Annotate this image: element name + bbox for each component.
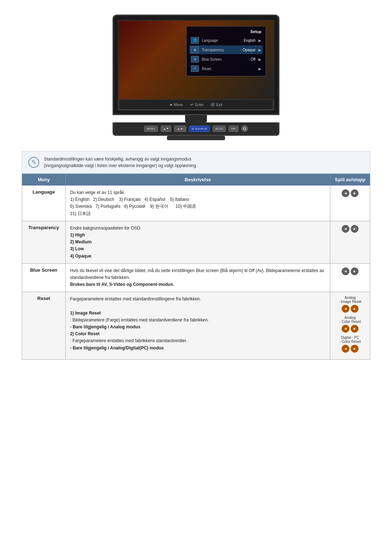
- reset-color-analog-arrow-btns: ◄ ►: [335, 325, 366, 333]
- language-spill-cell: ◄ ►: [330, 186, 370, 221]
- beskrivelse-header: Beskrivelse: [66, 174, 330, 186]
- transparency-label: Transparency: [202, 48, 238, 52]
- reset-spill-cell: Analog- Image Reset ◄ ► Analog- Color Re…: [330, 292, 370, 360]
- language-icon: 🌐: [191, 37, 199, 44]
- power-button[interactable]: ⏻: [241, 125, 248, 132]
- exit-icon: ⊞: [211, 102, 215, 107]
- language-right-arrow[interactable]: ►: [351, 189, 359, 197]
- exit-label: Exit: [216, 103, 222, 107]
- move-label: Move: [174, 103, 183, 107]
- reset-image-header: 1) Image Reset: [70, 311, 101, 316]
- transparency-left-arrow[interactable]: ◄: [342, 225, 350, 233]
- language-arrow-btns: ◄ ►: [335, 189, 366, 197]
- table-row: Reset Fargeparametere erstattes med stan…: [22, 292, 370, 360]
- language-left-arrow[interactable]: ◄: [342, 189, 350, 197]
- monitor-section: Setup 🌐 Language : English ▶ ▦ Transpare…: [22, 15, 370, 140]
- svg-text:✎: ✎: [31, 159, 37, 166]
- language-label: Language: [202, 39, 239, 42]
- language-meny-cell: Language: [22, 186, 66, 221]
- reset-beskrivelse-cell: Fargeparametere erstattes med standardin…: [66, 292, 330, 360]
- osd-item-reset: ↺ Reset ▶: [189, 64, 263, 73]
- table-header-row: Meny Beskrivelse Spill av/stopp: [22, 174, 370, 186]
- bluescreen-meny-cell: Blue Screen: [22, 263, 66, 292]
- osd-item-transparency: ▦ Transparency : Opaque ▶: [189, 45, 263, 54]
- reset-image-note: - Bare tilgjengelig i Analog modus: [70, 324, 140, 329]
- pip-button[interactable]: PIP: [229, 126, 238, 132]
- reset-arrow: ▶: [258, 67, 261, 71]
- reset-image-left-arrow[interactable]: ◄: [342, 305, 350, 313]
- osd-navigation-bar: ● Move ↵ Enter ⊞ Exit: [118, 100, 274, 110]
- transparency-arrow: ▶: [258, 48, 261, 52]
- reset-color-analog-left-arrow[interactable]: ◄: [342, 325, 350, 333]
- reset-analog-image-label: Analog- Image Reset: [335, 296, 366, 304]
- monitor-controls-bar: MENU ▲▼ ▲/► ⊟ SOURCE AUTO PIP ⏻: [113, 122, 279, 136]
- enter-label: Enter: [195, 103, 204, 107]
- reset-digital-color-label: Digital : PC- Color Reset: [335, 336, 366, 344]
- source-icon: ⊟: [192, 127, 194, 130]
- info-icon: ✎: [28, 157, 40, 168]
- bluescreen-note: Brukes bare til AV, S-Video og Component…: [70, 282, 174, 287]
- source-button[interactable]: ⊟ SOURCE: [189, 126, 210, 132]
- monitor-screen: Setup 🌐 Language : English ▶ ▦ Transpare…: [118, 20, 274, 100]
- transparency-option1: 1) High: [70, 232, 85, 238]
- bluescreen-arrow: ▶: [258, 57, 261, 61]
- transparency-right-arrow[interactable]: ►: [351, 225, 359, 233]
- transparency-option4: 4) Opaque: [70, 254, 91, 259]
- reset-color-header: 2) Color Reset: [70, 331, 99, 336]
- enter-icon: ↵: [190, 102, 194, 107]
- bluescreen-beskrivelse-cell: Hvis du likevel vil vise det dårlige bil…: [66, 263, 330, 292]
- monitor-stand-base: [167, 136, 225, 140]
- nav-button[interactable]: ▲▼: [161, 126, 172, 132]
- bluescreen-left-arrow[interactable]: ◄: [342, 267, 350, 275]
- reset-meny-label: Reset: [37, 296, 50, 301]
- transparency-option2: 2) Medium: [70, 239, 91, 244]
- monitor-stand-top: [185, 115, 207, 122]
- osd-items-list: 🌐 Language : English ▶ ▦ Transparency : …: [189, 36, 263, 73]
- osd-move-btn: ● Move: [170, 102, 183, 107]
- reset-color-analog-right-arrow[interactable]: ►: [351, 325, 359, 333]
- transparency-beskrivelse-cell: Endre bakgrunnsopasiteten for OSD. 1) Hi…: [66, 221, 330, 263]
- reset-image-right-arrow[interactable]: ►: [351, 305, 359, 313]
- meny-header: Meny: [22, 174, 66, 186]
- reset-analog-color-label: Analog- Color Reset: [335, 316, 366, 324]
- reset-image-arrow-btns: ◄ ►: [335, 305, 366, 313]
- transparency-meny-cell: Transparency: [22, 221, 66, 263]
- osd-exit-btn: ⊞ Exit: [211, 102, 222, 107]
- adjust-button[interactable]: ▲/►: [174, 126, 186, 132]
- reset-color-digital-spill-group: Digital : PC- Color Reset ◄ ►: [335, 336, 366, 353]
- monitor-body: Setup 🌐 Language : English ▶ ▦ Transpare…: [113, 15, 279, 115]
- transparency-option3: 3) Low: [70, 246, 84, 251]
- osd-menu: Setup 🌐 Language : English ▶ ▦ Transpare…: [186, 26, 266, 76]
- bluescreen-label: Blue Screen: [202, 57, 246, 61]
- transparency-meny-label: Transparency: [28, 225, 59, 230]
- reset-icon: ↺: [191, 65, 199, 72]
- bluescreen-meny-label: Blue Screen: [30, 267, 57, 273]
- transparency-arrow-btns: ◄ ►: [335, 225, 366, 233]
- language-arrow: ▶: [258, 39, 261, 42]
- reset-color-digital-left-arrow[interactable]: ◄: [342, 345, 350, 353]
- language-value: : English: [242, 39, 256, 42]
- bluescreen-right-arrow[interactable]: ►: [351, 267, 359, 275]
- move-icon: ●: [170, 102, 172, 107]
- reset-color-note: - Bare tilgjengelig i Analog/Digital(PC)…: [70, 345, 164, 351]
- table-row: Transparency Endre bakgrunnsopasiteten f…: [22, 221, 370, 263]
- reset-meny-cell: Reset: [22, 292, 66, 360]
- spill-header: Spill av/stopp: [330, 174, 370, 186]
- bluescreen-spill-cell: ◄ ►: [330, 263, 370, 292]
- auto-button[interactable]: AUTO: [213, 126, 226, 132]
- menu-button[interactable]: MENU: [144, 126, 158, 132]
- settings-table: Meny Beskrivelse Spill av/stopp Language…: [22, 174, 370, 360]
- osd-item-language: 🌐 Language : English ▶: [189, 36, 263, 45]
- transparency-icon: ▦: [191, 46, 199, 53]
- reset-color-analog-spill-group: Analog- Color Reset ◄ ►: [335, 316, 366, 333]
- table-row: Blue Screen Hvis du likevel vil vise det…: [22, 263, 370, 292]
- bluescreen-arrow-btns: ◄ ►: [335, 267, 366, 275]
- reset-label: Reset: [202, 67, 253, 71]
- reset-image-spill-group: Analog- Image Reset ◄ ►: [335, 296, 366, 313]
- reset-color-digital-right-arrow[interactable]: ►: [351, 345, 359, 353]
- osd-enter-btn: ↵ Enter: [190, 102, 204, 107]
- language-beskrivelse-cell: Du kan velge et av 11 språk. 1) English …: [66, 186, 330, 221]
- reset-color-digital-arrow-btns: ◄ ►: [335, 345, 366, 353]
- info-text: Standardinnstillingen kan være forskjell…: [44, 156, 197, 169]
- osd-item-bluescreen: 🖥 Blue Screen : Off ▶: [189, 55, 263, 64]
